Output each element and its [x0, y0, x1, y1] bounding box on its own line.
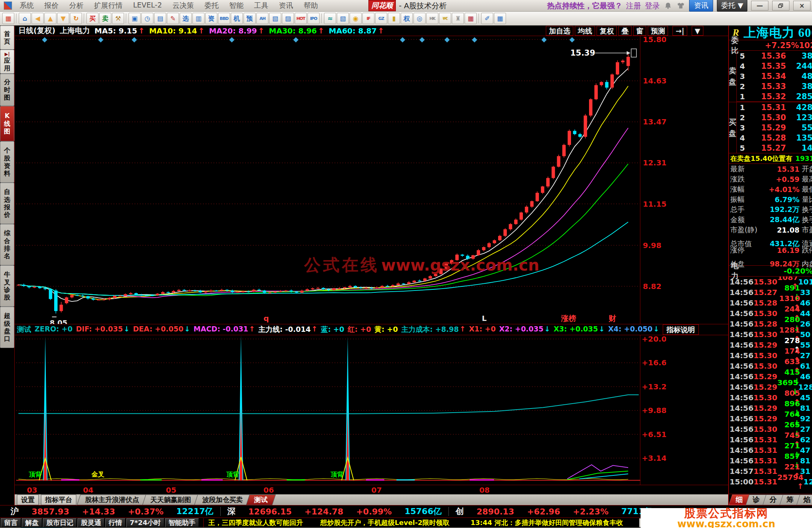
menu-云决策[interactable]: 云决策 — [167, 1, 199, 11]
chart-button-窗[interactable]: 窗 — [633, 26, 646, 36]
trend-icon[interactable]: ≈ — [324, 13, 336, 24]
period-label[interactable]: 日线(复权) — [18, 26, 55, 36]
up-icon[interactable]: ▲ — [44, 13, 56, 24]
back-icon[interactable]: ◀ — [32, 13, 44, 24]
stock-pick-icon[interactable]: 选 — [180, 13, 192, 24]
sell-level-row[interactable]: 415.352443 — [737, 61, 812, 71]
menu-报价[interactable]: 报价 — [39, 1, 64, 11]
doc-icon[interactable]: ▥ — [192, 13, 205, 24]
chevron-down-icon[interactable]: ▼ — [692, 26, 703, 36]
edit-icon[interactable]: ✎ — [167, 13, 179, 24]
restore-button[interactable] — [772, 1, 789, 11]
favorite-folder-icon[interactable]: ▣ — [129, 13, 141, 24]
large-order-alert[interactable]: 在卖盘15.40位置有 1931 手 卖单! 查看详细 — [729, 153, 812, 164]
gz-icon[interactable]: GZ — [375, 13, 387, 24]
trade-button[interactable]: 委托 ▼ — [717, 0, 747, 12]
bank-icon[interactable]: ♜ — [452, 13, 464, 24]
hot-icon[interactable]: HOT — [295, 13, 307, 24]
refresh-icon[interactable]: ↻ — [70, 13, 82, 24]
chart-button-复权[interactable]: 复权 — [597, 26, 617, 36]
ticker-ad[interactable]: 想炒股先开户，手机超级Level-2限时领取 — [320, 518, 450, 527]
sell-level-row[interactable]: 515.36381 — [737, 51, 812, 61]
bottom-button-解盘[interactable]: 解盘 — [22, 518, 42, 527]
jump-icon[interactable]: →| — [673, 26, 687, 36]
chart-button-加自选[interactable]: 加自选 — [546, 26, 573, 36]
sidebar-item-首页[interactable]: 首页 — [0, 26, 14, 50]
rights-icon[interactable]: 权 — [401, 13, 413, 24]
bottom-button-股灵通[interactable]: 股灵通 — [77, 518, 105, 527]
tick-row[interactable]: 14:5615.29415 ↓46 — [729, 371, 812, 382]
ah-icon[interactable]: AH — [256, 13, 268, 24]
tab-测试[interactable]: 测试 — [246, 495, 276, 505]
sidebar-item-个股资料[interactable]: 个股资料 — [0, 141, 14, 183]
tab-设置[interactable]: 设置 — [17, 495, 39, 505]
login-link[interactable]: 登录 — [645, 1, 660, 11]
menu-系统[interactable]: 系统 — [14, 1, 39, 11]
buy-level-row[interactable]: 315.29555 — [737, 123, 812, 133]
kline-icon[interactable]: ▧ — [337, 13, 349, 24]
coin-icon[interactable]: ◉ — [350, 13, 362, 24]
indicator-help-button[interactable]: 指标说明 — [663, 324, 699, 335]
edit2-icon[interactable]: ✐ — [481, 13, 493, 24]
sidebar-item-牛叉诊股[interactable]: 牛叉诊股 — [0, 265, 14, 307]
minimize-button[interactable]: — — [751, 1, 768, 11]
bottom-button-智能助手[interactable]: 智能助手 — [165, 518, 199, 527]
menu-委托[interactable]: 委托 — [199, 1, 224, 11]
bell-icon[interactable] — [664, 2, 673, 10]
chart-button-叠[interactable]: 叠 — [618, 26, 632, 36]
if-icon[interactable]: IF — [362, 13, 374, 24]
candlestick-plot[interactable]: 15.8014.6313.4712.3111.159.988.828.0515.… — [15, 36, 728, 324]
compass-icon[interactable]: ◎ — [414, 13, 426, 24]
menu-分析[interactable]: 分析 — [64, 1, 89, 11]
menu-资讯[interactable]: 资讯 — [274, 1, 298, 11]
sidebar-item-应用[interactable]: ▶|应用 — [0, 50, 14, 74]
ipo-icon[interactable]: IPO — [308, 13, 320, 24]
bottom-button-股市日记[interactable]: 股市日记 — [43, 518, 77, 527]
chart-button-预测[interactable]: 预测 — [648, 26, 668, 36]
sell-level-row[interactable]: 115.322855 — [737, 91, 812, 102]
tick-row[interactable]: 15:0015.3125794 ↑1272 — [729, 477, 812, 487]
board-icon[interactable]: ▦ — [494, 13, 506, 24]
tab-股林主升浪潜伏点[interactable]: 股林主升浪潜伏点 — [77, 495, 147, 505]
buy-level-row[interactable]: 115.314286 — [737, 102, 812, 112]
clock-icon[interactable]: ◷ — [141, 13, 153, 24]
page-icon[interactable]: ▨ — [282, 13, 294, 24]
sidebar-item-分时图[interactable]: 分时图 — [0, 74, 14, 106]
sell-level-row[interactable]: 315.34489 — [737, 71, 812, 81]
ths-grid-icon[interactable]: ▦ — [2, 13, 14, 24]
info-icon[interactable]: 资 — [205, 13, 217, 24]
menu-扩展行情[interactable]: 扩展行情 — [89, 1, 128, 11]
bottom-button-行情[interactable]: 行情 — [105, 518, 126, 527]
shirt-icon[interactable] — [676, 2, 685, 10]
forecast-icon[interactable]: 预 — [244, 13, 256, 24]
fx-icon[interactable]: ¥€ — [439, 13, 451, 24]
sidebar-item-综合排名[interactable]: 综合排名 — [0, 224, 14, 265]
report-icon[interactable]: ▤ — [154, 13, 166, 24]
bottom-button-留言[interactable]: 留言 — [1, 518, 21, 527]
tick-list[interactable]: 14:5615.301087 ↑10114:5615.27891 ↓3314:5… — [729, 277, 812, 494]
menu-LEVEL-2[interactable]: LEVEL-2 — [128, 1, 167, 11]
gold-icon[interactable]: ▮ — [388, 13, 400, 24]
sell-level-row[interactable]: 215.33385 — [737, 81, 812, 91]
sidebar-item-超级盘口[interactable]: 超级盘口 — [0, 307, 14, 348]
indicator-plot[interactable]: +20.00+16.63+13.25+9.88+6.51+3.14顶背金叉顶背顶… — [15, 335, 728, 485]
chart-button-均线[interactable]: 均线 — [575, 26, 595, 36]
buy-level-row[interactable]: 215.301238 — [737, 112, 812, 123]
sell-icon[interactable]: 卖 — [99, 13, 111, 24]
news-button[interactable]: 资讯 — [689, 0, 713, 12]
sidebar-item-自选报价[interactable]: 自选报价 — [0, 183, 14, 224]
bottom-button-7*24小时[interactable]: 7*24小时 — [126, 518, 164, 527]
menu-工具[interactable]: 工具 — [249, 1, 274, 11]
bbd-icon[interactable]: BBD — [218, 13, 230, 24]
tab-波段加仓买卖[interactable]: 波段加仓买卖 — [194, 495, 251, 505]
menu-帮助[interactable]: 帮助 — [298, 1, 323, 11]
tab-天天躺赢副图[interactable]: 天天躺赢副图 — [142, 495, 199, 505]
sidebar-item-K线图[interactable]: K线图 — [0, 106, 14, 141]
register-link[interactable]: 注册 — [626, 1, 641, 11]
us-flag-icon[interactable]: ▦ — [465, 13, 477, 24]
buy-level-row[interactable]: 415.281358 — [737, 133, 812, 143]
auction-icon[interactable]: ⚒ — [112, 13, 124, 24]
hk-icon[interactable]: HK — [426, 13, 438, 24]
promo-text[interactable]: 热点持续性，它最强？ — [547, 1, 622, 11]
robot-icon[interactable]: 机 — [231, 13, 243, 24]
